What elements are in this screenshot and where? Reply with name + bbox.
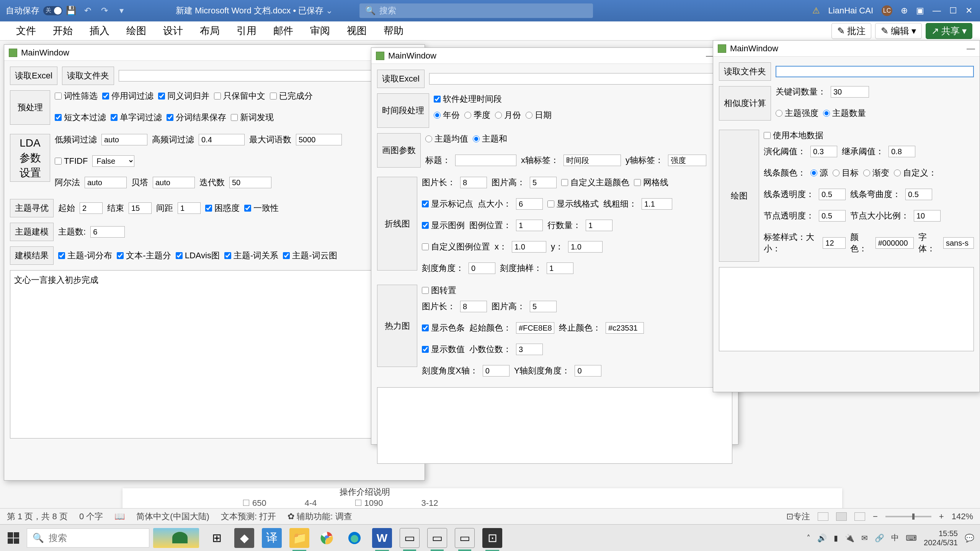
focus-mode[interactable]: ⊡专注 bbox=[786, 511, 810, 522]
ck-newword[interactable]: 新词发现 bbox=[231, 112, 274, 123]
xlabel-input[interactable] bbox=[564, 155, 621, 166]
minimize-icon[interactable]: — bbox=[933, 6, 941, 16]
path-input-2[interactable] bbox=[429, 73, 732, 85]
label-size-input[interactable] bbox=[823, 237, 846, 249]
rd-year[interactable]: 年份 bbox=[434, 109, 460, 121]
rd-custom[interactable]: 自定义： bbox=[894, 167, 937, 179]
tab-help[interactable]: 帮助 bbox=[375, 21, 412, 40]
beta-input[interactable] bbox=[153, 177, 195, 188]
chart-title-input[interactable] bbox=[455, 155, 516, 166]
y-tick-angle-input[interactable] bbox=[575, 365, 601, 377]
decimals-input[interactable] bbox=[516, 344, 543, 355]
tab-references[interactable]: 引用 bbox=[228, 21, 265, 40]
tab-mailings[interactable]: 邮件 bbox=[265, 21, 302, 40]
tray-mail-icon[interactable]: ✉ bbox=[861, 533, 868, 543]
ck-tfidf[interactable]: TFIDF bbox=[55, 156, 88, 166]
rd-strength[interactable]: 主题强度 bbox=[776, 108, 818, 119]
tab-insert[interactable]: 插入 bbox=[81, 21, 118, 40]
qat-dropdown-icon[interactable]: ▾ bbox=[116, 5, 127, 16]
maximize-icon[interactable]: ☐ bbox=[949, 6, 957, 16]
legend-x-input[interactable] bbox=[512, 241, 546, 253]
warning-icon[interactable]: ⚠ bbox=[812, 6, 820, 16]
ime-indicator[interactable]: 中 bbox=[891, 533, 899, 543]
ck-done[interactable]: 已完成分 bbox=[270, 90, 313, 102]
topic-count-input[interactable] bbox=[90, 226, 125, 238]
tray-chevron-icon[interactable]: ˄ bbox=[807, 533, 810, 543]
legend-y-input[interactable] bbox=[568, 241, 603, 253]
ck-linestyle[interactable]: 显示线格式 bbox=[547, 198, 599, 210]
line-curve-input[interactable] bbox=[905, 189, 932, 200]
explorer-icon[interactable]: 📁 bbox=[289, 528, 309, 548]
ck-colorbar[interactable]: 显示色条 bbox=[422, 322, 465, 334]
user-avatar[interactable]: LC bbox=[882, 5, 892, 16]
close-icon[interactable]: ✕ bbox=[965, 6, 972, 16]
ck-stopwords[interactable]: 停用词过滤 bbox=[102, 90, 154, 102]
chart-params-button[interactable]: 画图参数 bbox=[377, 133, 421, 168]
node-ratio-input[interactable] bbox=[914, 210, 941, 222]
tick-sample-input[interactable] bbox=[547, 262, 573, 274]
edge-icon[interactable] bbox=[345, 528, 364, 548]
rd-count[interactable]: 主题数量 bbox=[823, 108, 866, 119]
topic-model-button[interactable]: 主题建模 bbox=[10, 223, 54, 241]
ylabel-input[interactable] bbox=[668, 155, 706, 166]
legend-pos-input[interactable] bbox=[516, 220, 543, 231]
read-excel-button-2[interactable]: 读取Excel bbox=[377, 70, 425, 88]
ck-values[interactable]: 显示数值 bbox=[422, 344, 465, 355]
row-count-input[interactable] bbox=[586, 220, 612, 231]
tab-review[interactable]: 审阅 bbox=[302, 21, 338, 40]
hm-w-input[interactable] bbox=[460, 301, 487, 312]
dlg1-titlebar[interactable]: MainWindow — bbox=[4, 45, 425, 61]
tick-angle-input[interactable] bbox=[469, 262, 495, 274]
ck-grid[interactable]: 网格线 bbox=[634, 177, 668, 188]
rd-source[interactable]: 源 bbox=[810, 167, 828, 179]
ck-topic-word[interactable]: 主题-词分布 bbox=[58, 250, 112, 261]
chrome-icon[interactable] bbox=[317, 528, 337, 548]
line-opacity-input[interactable] bbox=[819, 189, 846, 200]
inherit-thresh-input[interactable] bbox=[889, 146, 915, 157]
hm-h-input[interactable] bbox=[530, 301, 557, 312]
ck-short[interactable]: 短文本过滤 bbox=[55, 112, 106, 123]
label-color-input[interactable] bbox=[875, 237, 914, 249]
clock[interactable]: 15:55 2024/5/31 bbox=[924, 529, 958, 547]
read-folder-button-3[interactable]: 读取文件夹 bbox=[719, 62, 771, 81]
line-chart-button[interactable]: 折线图 bbox=[377, 177, 417, 271]
tab-draw[interactable]: 绘图 bbox=[118, 21, 155, 40]
heatmap-button[interactable]: 热力图 bbox=[377, 285, 417, 367]
ck-topic-rel[interactable]: 主题-词关系 bbox=[224, 250, 278, 261]
word-count[interactable]: 0 个字 bbox=[79, 511, 103, 522]
notifications-icon[interactable]: 💬 bbox=[965, 533, 974, 543]
ck-ldavis[interactable]: LDAvis图 bbox=[176, 250, 220, 261]
ck-chinese[interactable]: 只保留中文 bbox=[214, 90, 265, 102]
ck-custom-legend[interactable]: 自定义图例位置 bbox=[422, 241, 490, 253]
tray-link-icon[interactable]: 🔗 bbox=[875, 533, 884, 543]
ck-coherence[interactable]: 一致性 bbox=[244, 202, 279, 214]
ck-save[interactable]: 分词结果保存 bbox=[167, 112, 226, 123]
label-font-input[interactable] bbox=[943, 237, 974, 249]
tab-view[interactable]: 视图 bbox=[338, 21, 375, 40]
ck-perplexity[interactable]: 困惑度 bbox=[205, 202, 240, 214]
tray-volume-icon[interactable]: 🔊 bbox=[817, 533, 827, 543]
language[interactable]: 简体中文(中国大陆) bbox=[136, 511, 209, 522]
path-input-3[interactable] bbox=[776, 66, 974, 77]
time-proc-button[interactable]: 时间段处理 bbox=[377, 93, 429, 128]
lda-params-button[interactable]: LDA 参数 设置 bbox=[10, 134, 50, 182]
word-icon[interactable]: W bbox=[372, 528, 392, 548]
topic-optimize-button[interactable]: 主题寻优 bbox=[10, 199, 54, 217]
page-indicator[interactable]: 第 1 页，共 8 页 bbox=[7, 511, 68, 522]
app-icon-2[interactable]: ⊡ bbox=[482, 528, 502, 548]
sim-calc-button[interactable]: 相似度计算 bbox=[719, 86, 771, 121]
evo-thresh-input[interactable] bbox=[810, 146, 837, 157]
ck-local-data[interactable]: 使用本地数据 bbox=[764, 130, 974, 141]
zoom-level[interactable]: 142% bbox=[952, 512, 973, 522]
view-web-icon[interactable] bbox=[854, 512, 865, 521]
max-words-input[interactable] bbox=[296, 134, 342, 145]
redo-icon[interactable]: ↷ bbox=[99, 5, 110, 16]
marker-size-input[interactable] bbox=[516, 198, 543, 210]
tray-keyboard-icon[interactable]: ⌨ bbox=[906, 533, 917, 543]
low-freq-input[interactable] bbox=[101, 134, 147, 145]
zoom-in-icon[interactable]: + bbox=[939, 512, 944, 522]
iter-input[interactable] bbox=[229, 177, 271, 188]
taskbar-search[interactable]: 🔍 搜索 bbox=[27, 528, 149, 548]
zoom-slider[interactable] bbox=[885, 516, 931, 517]
start-button[interactable] bbox=[0, 525, 27, 551]
